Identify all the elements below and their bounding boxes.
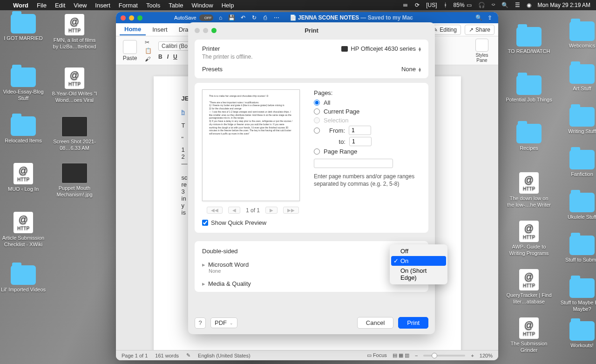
preview-first[interactable]: ◀◀ [207, 207, 223, 214]
desktop-icon[interactable]: Workouts! [559, 321, 596, 349]
menu-edit[interactable]: Edit [55, 2, 65, 9]
bluetooth-icon[interactable]: ᚼ [444, 2, 447, 8]
more-icon[interactable]: ⋯ [273, 14, 280, 21]
desktop-icon[interactable]: Video-Essay-Blog Stuff [0, 67, 47, 102]
desktop-icon[interactable]: Stuff to Maybe Buy Maybe? [559, 278, 596, 313]
menu-format[interactable]: Format [119, 2, 138, 9]
cut-icon[interactable]: ✂ [145, 39, 152, 46]
desktop-icon[interactable]: HTTPArticle Submission Checklist - XWiki [0, 212, 47, 248]
dropbox-icon[interactable]: ⩸ [403, 2, 408, 8]
desktop-icon[interactable]: Screen Shot 2021-08…6.33 AM [51, 116, 98, 152]
desktop-icon[interactable]: I GOT MARRIED [0, 14, 47, 42]
battery-status[interactable]: 85% ▭ [454, 2, 472, 8]
zoom-traffic-light[interactable] [137, 15, 142, 20]
printer-selector[interactable]: HP Officejet 4630 series ▴▾ [341, 45, 421, 52]
sheet-zoom[interactable] [211, 28, 217, 33]
presets-selector[interactable]: None ▴▾ [401, 66, 421, 73]
siri-icon[interactable]: ◉ [527, 2, 531, 8]
dropdown-off[interactable]: Off [391, 246, 446, 256]
print-icon[interactable]: ⎙ [262, 14, 269, 21]
help-button[interactable]: ? [195, 317, 206, 329]
desktop-icon[interactable]: HTTPThe Submission Grinder [506, 317, 552, 354]
pages-from-radio[interactable] [314, 128, 320, 134]
spellcheck-icon[interactable]: ✎ [186, 352, 190, 358]
share-button[interactable]: ↗ Share [465, 25, 494, 35]
pages-current[interactable]: Current Page [314, 108, 421, 115]
preview-prev[interactable]: ◀ [228, 207, 240, 214]
pdf-menu[interactable]: PDF⌄ [210, 317, 237, 328]
desktop-icon[interactable]: Potential Job Things [506, 75, 552, 103]
desktop-icon[interactable]: Stuff to Submit [559, 236, 596, 263]
status-language[interactable]: English (United States) [198, 353, 251, 358]
tab-home[interactable]: Home [120, 24, 146, 35]
status-page[interactable]: Page 1 of 1 [122, 353, 148, 358]
menu-tools[interactable]: Tools [146, 2, 160, 9]
italic-button[interactable]: I [167, 54, 169, 60]
menu-view[interactable]: View [74, 2, 87, 9]
desktop-icon[interactable]: Ukulele Stuff [559, 193, 596, 221]
desktop-icon[interactable]: HTTPFMN, a list of films by LizBa…tterbo… [51, 14, 98, 50]
desktop-icon[interactable]: HTTP8-Year-Old Writes "I Wond…oes Viral [51, 67, 98, 104]
sheet-close[interactable] [195, 28, 200, 33]
pages-to-input[interactable] [349, 137, 372, 146]
autosave-toggle[interactable]: OFF [199, 14, 213, 21]
home-icon[interactable]: ⌂ [217, 14, 224, 21]
desktop-icon[interactable]: Lil' Imported Videos [0, 265, 47, 293]
desktop-icon[interactable]: HTTPMUO ‹ Log In [0, 163, 47, 193]
spotlight-icon[interactable]: 🔍 [501, 2, 508, 8]
search-icon[interactable]: 🔍 [475, 14, 482, 21]
preview-next[interactable]: ▶ [265, 207, 278, 214]
tab-insert[interactable]: Insert [148, 24, 172, 35]
zoom-slider[interactable] [423, 355, 465, 357]
view-icons[interactable]: ▤ ▦ ▥ [393, 352, 409, 358]
minimize-traffic-light[interactable] [129, 15, 134, 20]
paste-button[interactable]: Paste [122, 40, 138, 61]
desktop-icon[interactable]: TO READ/WATCH [506, 27, 552, 55]
zoom-value[interactable]: 120% [480, 353, 493, 358]
bold-button[interactable]: B [158, 54, 163, 60]
sheet-min[interactable] [203, 28, 208, 33]
menu-table[interactable]: Table [169, 2, 183, 9]
copy-icon[interactable]: 📋 [145, 47, 152, 54]
undo-icon[interactable]: ↶ [239, 14, 247, 21]
preview-last[interactable]: ▶▶ [283, 207, 299, 214]
pages-range[interactable]: Page Range [314, 148, 421, 155]
control-center-icon[interactable]: ☰ [515, 2, 520, 8]
app-name[interactable]: Word [13, 2, 28, 9]
pages-from-input[interactable] [349, 126, 371, 135]
desktop-icon[interactable]: Writing Stuff [559, 107, 596, 135]
menu-help[interactable]: Help [222, 2, 234, 9]
styles-pane-button[interactable]: Styles Pane [471, 39, 493, 63]
redo-icon[interactable]: ↻ [251, 14, 258, 21]
ms-word-disclosure[interactable]: ▸Microsoft Word [202, 261, 421, 268]
pages-range-input[interactable] [314, 159, 393, 168]
pages-all[interactable]: All [314, 99, 421, 106]
show-preview-checkbox[interactable]: Show Quick Preview [202, 219, 304, 226]
wifi-icon[interactable]: ⌔ [492, 2, 495, 8]
focus-mode[interactable]: ▭ Focus [367, 352, 387, 358]
desktop-icon[interactable]: Webcomics [559, 21, 596, 49]
desktop-icon[interactable]: Puppet Mouth Mechanism!.jpg [51, 163, 98, 198]
desktop-icon[interactable]: HTTPThe down low on the low-…he Writer [506, 172, 552, 209]
menu-insert[interactable]: Insert [95, 2, 110, 9]
dropdown-on[interactable]: On [391, 256, 446, 266]
doc-link[interactable]: h [182, 108, 185, 115]
desktop-icon[interactable]: HTTPAWP- Guide to Writing Programs [506, 221, 552, 257]
cancel-button[interactable]: Cancel [357, 317, 393, 329]
share-icon[interactable]: ⇪ [486, 14, 494, 21]
menu-window[interactable]: Window [191, 2, 213, 9]
input-source[interactable]: [US] [426, 2, 437, 8]
print-button[interactable]: Print [398, 317, 428, 329]
close-traffic-light[interactable] [121, 15, 126, 20]
status-words[interactable]: 161 words [155, 353, 179, 358]
save-icon[interactable]: 💾 [228, 14, 236, 21]
desktop-icon[interactable]: Relocated Items [0, 116, 47, 144]
headphones-icon[interactable]: 🎧 [478, 2, 485, 8]
media-quality-disclosure[interactable]: ▸Media & Quality [202, 280, 421, 287]
dropdown-on-short[interactable]: On (Short Edge) [391, 266, 446, 283]
timemachine-icon[interactable]: ⟳ [415, 2, 420, 8]
desktop-icon[interactable]: Recipes [506, 124, 552, 152]
menu-file[interactable]: File [37, 2, 47, 9]
desktop-icon[interactable]: HTTPQueryTracker | Find liter…atabase [506, 269, 552, 305]
format-painter-icon[interactable]: 🖌 [145, 56, 152, 62]
